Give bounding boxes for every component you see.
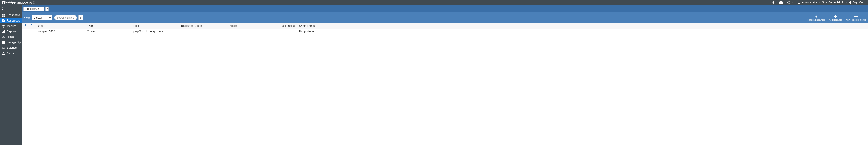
svg-rect-6 [2,14,3,15]
column-header-type[interactable]: Type [85,23,132,29]
brand-logo: NetApp [2,1,16,4]
svg-rect-20 [2,43,4,44]
plugin-context-bar: PostgreSQL [22,5,868,12]
svg-rect-9 [3,15,5,17]
sidebar-item-monitor[interactable]: Monitor [0,23,22,29]
user-label: administrator [802,1,817,4]
svg-rect-2 [2,1,5,2]
sidebar-item-label: Alerts [7,52,14,55]
column-header-name[interactable]: Name [35,23,85,29]
sidebar-item-storage-systems[interactable]: Storage Systems [0,40,22,45]
help-button[interactable]: ? [785,1,795,4]
sign-out-icon [849,1,852,4]
bell-icon [772,1,775,4]
svg-rect-25 [3,54,3,54]
messages-button[interactable] [777,1,785,4]
sidebar-item-label: Reports [7,30,16,33]
sidebar-item-label: Resources [7,19,20,22]
sidebar-item-dashboard[interactable]: Dashboard [0,12,22,18]
reports-icon [2,30,5,33]
resources-table-wrap: Name Type Host Resource Groups Policies … [22,23,868,145]
notifications-button[interactable] [770,1,777,4]
content-area: PostgreSQL View Cluster [22,5,868,145]
sidebar-item-alerts[interactable]: Alerts [0,50,22,56]
new-resource-group-button[interactable]: New Resource Group [846,15,866,21]
brand-product: SnapCenter® [17,1,35,4]
chevron-down-icon [49,16,51,19]
cell-last-backup [272,29,297,34]
plugin-select-caret-button[interactable] [45,7,49,11]
netapp-logo-icon [2,1,5,4]
svg-rect-32 [24,24,24,25]
sort-column-header[interactable] [22,23,28,29]
toolbar: View Cluster Refresh Resources [22,12,868,23]
svg-rect-27 [834,16,837,17]
cell-resource-groups [179,29,227,34]
sidebar-item-resources[interactable]: Resources [0,18,22,23]
chevron-down-icon [791,2,793,3]
role-link[interactable]: SnapCenterAdmin [820,1,846,4]
column-header-policies[interactable]: Policies [227,23,272,29]
svg-point-23 [3,48,3,49]
view-select[interactable]: Cluster [32,15,53,20]
svg-rect-24 [3,53,3,54]
sign-out-button[interactable]: Sign Out [847,1,866,4]
user-icon [798,1,800,4]
help-icon: ? [787,1,790,4]
svg-rect-18 [2,41,4,42]
flag-column-header[interactable] [28,23,35,29]
toolbar-right: Refresh Resources Add Resource New Resou… [807,14,866,21]
svg-point-15 [3,36,4,36]
svg-rect-30 [24,26,24,27]
cell-type: Cluster [85,29,132,34]
svg-rect-19 [2,42,4,43]
sidebar-item-label: Settings [7,46,17,49]
refresh-resources-button[interactable]: Refresh Resources [807,15,825,21]
chevron-left-icon [1,7,4,10]
svg-point-10 [2,19,5,22]
plus-icon [855,15,858,19]
column-header-host[interactable]: Host [132,23,179,29]
flag-icon [30,24,33,27]
sidebar-collapse-button[interactable] [0,5,22,12]
role-label: SnapCenterAdmin [822,1,844,4]
svg-point-22 [4,47,4,48]
filter-button[interactable] [78,15,83,20]
sidebar-item-label: Monitor [7,25,16,28]
plus-icon [834,15,837,19]
table-header-row: Name Type Host Resource Groups Policies … [22,23,868,29]
svg-rect-29 [855,16,858,17]
svg-rect-12 [2,32,3,33]
mail-icon [779,1,783,4]
svg-rect-14 [4,30,5,33]
resources-table: Name Type Host Resource Groups Policies … [22,23,868,34]
table-row[interactable]: postgres_5432 Cluster psql01.sddc.netapp… [22,29,868,34]
topbar-right: ? administrator SnapCenterAdmin Sign Out [770,1,866,4]
brand: NetApp SnapCenter® [2,1,35,4]
svg-rect-7 [3,14,5,15]
new-resource-group-label: New Resource Group [846,19,866,21]
column-header-resource-groups[interactable]: Resource Groups [179,23,227,29]
filter-icon [80,16,82,19]
plugin-select[interactable]: PostgreSQL [23,7,44,11]
sidebar-item-label: Hosts [7,35,14,38]
search-wrap [54,15,83,20]
column-header-overall-status[interactable]: Overall Status [297,23,868,29]
add-resource-button[interactable]: Add Resource [829,15,842,21]
sidebar-item-hosts[interactable]: Hosts [0,34,22,40]
add-resource-label: Add Resource [829,19,842,21]
svg-rect-13 [3,31,4,33]
sidebar: Dashboard Resources Monitor Reports Host… [0,5,22,145]
svg-rect-8 [2,15,3,17]
user-menu[interactable]: administrator [795,1,819,4]
sort-icon [24,24,26,27]
column-header-last-backup[interactable]: Last backup [272,23,297,29]
svg-point-21 [2,47,3,47]
view-label: View [24,16,30,19]
svg-point-5 [798,2,800,3]
search-input[interactable] [54,15,77,20]
cell-host: psql01.sddc.netapp.com [132,29,179,34]
sidebar-item-settings[interactable]: Settings [0,45,22,50]
sidebar-item-reports[interactable]: Reports [0,29,22,34]
cell-policies [227,29,272,34]
